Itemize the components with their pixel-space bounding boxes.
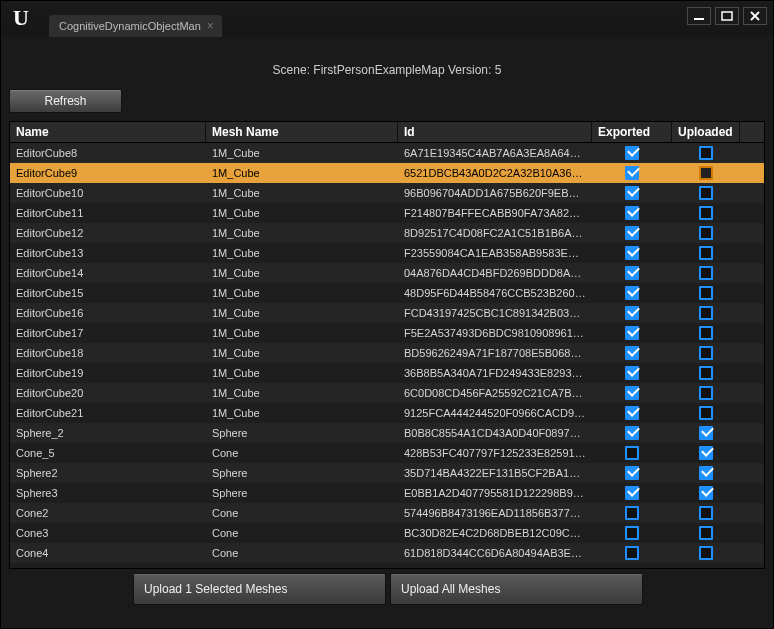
exported-checkbox[interactable]	[625, 246, 639, 260]
cell-id: BC30D82E4C2D68DBEB12C09CE629F4	[398, 524, 592, 542]
table-row[interactable]: EditorCube111M_CubeF214807B4FFECABB90FA7…	[10, 203, 764, 223]
table-row[interactable]: EditorCube161M_CubeFCD43197425CBC1C89134…	[10, 303, 764, 323]
table-row[interactable]: EditorCube131M_CubeF23559084CA1EAB358AB9…	[10, 243, 764, 263]
exported-checkbox[interactable]	[625, 226, 639, 240]
exported-checkbox[interactable]	[625, 426, 639, 440]
uploaded-checkbox[interactable]	[699, 466, 713, 480]
uploaded-checkbox[interactable]	[699, 306, 713, 320]
uploaded-checkbox[interactable]	[699, 226, 713, 240]
column-header-name[interactable]: Name	[10, 122, 206, 142]
uploaded-checkbox[interactable]	[699, 526, 713, 540]
uploaded-checkbox[interactable]	[699, 406, 713, 420]
cell-mesh: 1M_Cube	[206, 384, 398, 402]
cell-exported	[592, 383, 672, 403]
table-row[interactable]: EditorCube91M_Cube6521DBCB43A0D2C2A32B10…	[10, 163, 764, 183]
table-row[interactable]: EditorCube101M_Cube96B096704ADD1A675B620…	[10, 183, 764, 203]
uploaded-checkbox[interactable]	[699, 366, 713, 380]
table-row[interactable]: EditorCube151M_Cube48D95F6D44B58476CCB52…	[10, 283, 764, 303]
exported-checkbox[interactable]	[625, 486, 639, 500]
cell-mesh: Cone	[206, 504, 398, 522]
unreal-logo-icon: U	[7, 5, 35, 33]
cell-uploaded	[672, 203, 740, 223]
exported-checkbox[interactable]	[625, 466, 639, 480]
exported-checkbox[interactable]	[625, 366, 639, 380]
table-body[interactable]: EditorCube81M_Cube6A71E19345C4AB7A6A3EA8…	[10, 143, 764, 568]
column-header-exported[interactable]: Exported	[592, 122, 672, 142]
footer-buttons: Upload 1 Selected Meshes Upload All Mesh…	[9, 569, 765, 621]
exported-checkbox[interactable]	[625, 346, 639, 360]
minimize-button[interactable]	[687, 7, 711, 25]
uploaded-checkbox[interactable]	[699, 166, 713, 180]
uploaded-checkbox[interactable]	[699, 426, 713, 440]
table-row[interactable]: EditorCube181M_CubeBD59626249A71F187708E…	[10, 343, 764, 363]
refresh-button[interactable]: Refresh	[9, 89, 122, 113]
table-row[interactable]: EditorCube81M_Cube6A71E19345C4AB7A6A3EA8…	[10, 143, 764, 163]
cell-id: 6C0D08CD456FA25592C21CA7BA95FA	[398, 384, 592, 402]
uploaded-checkbox[interactable]	[699, 506, 713, 520]
uploaded-checkbox[interactable]	[699, 206, 713, 220]
maximize-button[interactable]	[715, 7, 739, 25]
cell-id: B0B8C8554A1CD43A0D40F089761F8A	[398, 424, 592, 442]
cell-exported	[592, 483, 672, 503]
column-header-uploaded[interactable]: Uploaded	[672, 122, 740, 142]
exported-checkbox[interactable]	[625, 506, 639, 520]
exported-checkbox[interactable]	[625, 146, 639, 160]
table-row[interactable]: EditorCube171M_CubeF5E2A537493D6BDC98109…	[10, 323, 764, 343]
cell-name: EditorCube19	[10, 364, 206, 382]
cell-exported	[592, 423, 672, 443]
cell-mesh: 1M_Cube	[206, 204, 398, 222]
document-tab[interactable]: CognitiveDynamicObjectMan ×	[49, 15, 222, 37]
table-row[interactable]: Cone4Cone61D818D344CC6D6A80494AB3E25D6A	[10, 543, 764, 563]
table-row[interactable]: Sphere2Sphere35D714BA4322EF131B5CF2BA1C6…	[10, 463, 764, 483]
table-row[interactable]: Cone2Cone574496B8473196EAD11856B377B4F4	[10, 503, 764, 523]
table-row[interactable]: Sphere3SphereE0BB1A2D407795581D122298B95…	[10, 483, 764, 503]
upload-all-button[interactable]: Upload All Meshes	[390, 573, 643, 605]
uploaded-checkbox[interactable]	[699, 326, 713, 340]
exported-checkbox[interactable]	[625, 266, 639, 280]
exported-checkbox[interactable]	[625, 326, 639, 340]
uploaded-checkbox[interactable]	[699, 546, 713, 560]
table-row[interactable]: Cone3ConeBC30D82E4C2D68DBEB12C09CE629F4	[10, 523, 764, 543]
table-row[interactable]: EditorCube211M_Cube9125FCA444244520F0966…	[10, 403, 764, 423]
cell-uploaded	[672, 143, 740, 163]
cell-uploaded	[672, 423, 740, 443]
uploaded-checkbox[interactable]	[699, 346, 713, 360]
exported-checkbox[interactable]	[625, 526, 639, 540]
exported-checkbox[interactable]	[625, 186, 639, 200]
cell-uploaded	[672, 443, 740, 463]
exported-checkbox[interactable]	[625, 206, 639, 220]
table-row[interactable]: EditorCube121M_Cube8D92517C4D08FC2A1C51B…	[10, 223, 764, 243]
table-row[interactable]: EditorCube191M_Cube36B8B5A340A71FD249433…	[10, 363, 764, 383]
cell-uploaded	[672, 483, 740, 503]
uploaded-checkbox[interactable]	[699, 246, 713, 260]
uploaded-checkbox[interactable]	[699, 386, 713, 400]
cell-exported	[592, 463, 672, 483]
cell-uploaded	[672, 323, 740, 343]
uploaded-checkbox[interactable]	[699, 146, 713, 160]
uploaded-checkbox[interactable]	[699, 286, 713, 300]
table-row[interactable]: EditorCube141M_Cube04A876DA4CD4BFD269BDD…	[10, 263, 764, 283]
exported-checkbox[interactable]	[625, 446, 639, 460]
close-tab-icon[interactable]: ×	[207, 20, 214, 32]
exported-checkbox[interactable]	[625, 386, 639, 400]
table-row[interactable]: Sphere_2SphereB0B8C8554A1CD43A0D40F08976…	[10, 423, 764, 443]
uploaded-checkbox[interactable]	[699, 486, 713, 500]
close-button[interactable]	[743, 7, 767, 25]
table-row[interactable]: Cone_5Cone428B53FC407797F125233E825919D1…	[10, 443, 764, 463]
exported-checkbox[interactable]	[625, 306, 639, 320]
exported-checkbox[interactable]	[625, 166, 639, 180]
uploaded-checkbox[interactable]	[699, 186, 713, 200]
upload-selected-button[interactable]: Upload 1 Selected Meshes	[133, 573, 386, 605]
exported-checkbox[interactable]	[625, 286, 639, 300]
table-row[interactable]: EditorCube201M_Cube6C0D08CD456FA25592C21…	[10, 383, 764, 403]
exported-checkbox[interactable]	[625, 546, 639, 560]
objects-table: Name Mesh Name Id Exported Uploaded Edit…	[9, 121, 765, 569]
column-header-mesh[interactable]: Mesh Name	[206, 122, 398, 142]
uploaded-checkbox[interactable]	[699, 446, 713, 460]
cell-id: E0BB1A2D407795581D122298B95008	[398, 484, 592, 502]
column-header-id[interactable]: Id	[398, 122, 592, 142]
exported-checkbox[interactable]	[625, 406, 639, 420]
cell-exported	[592, 243, 672, 263]
uploaded-checkbox[interactable]	[699, 266, 713, 280]
main-panel: Scene: FirstPersonExampleMap Version: 5 …	[1, 37, 773, 629]
